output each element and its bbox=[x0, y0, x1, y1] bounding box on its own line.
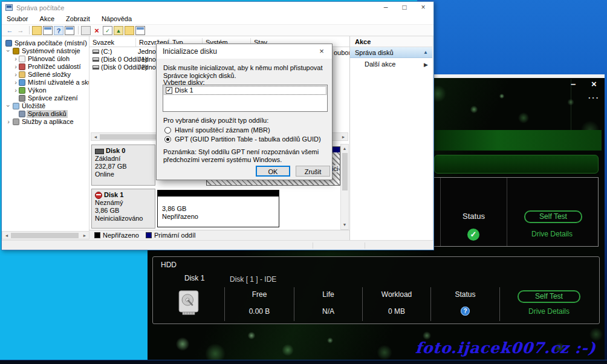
chevron-right-icon[interactable]: › bbox=[13, 55, 18, 62]
radio-selected-icon[interactable] bbox=[164, 136, 171, 143]
primary-color-swatch bbox=[146, 232, 152, 238]
minimize-icon[interactable]: – bbox=[377, 2, 395, 14]
drive-details-link[interactable]: Drive Details bbox=[506, 230, 598, 238]
disk1-partition-box[interactable]: 3,86 GB Nepřiřazeno bbox=[157, 190, 279, 227]
gpt-note-text: Poznámka: Styl oddílu GPT není rozpoznáv… bbox=[163, 148, 329, 164]
back-icon[interactable]: ← bbox=[5, 26, 15, 35]
menu-help[interactable]: Nápověda bbox=[97, 14, 137, 22]
menu-action[interactable]: Akce bbox=[35, 14, 59, 22]
scroll-left-icon[interactable]: ◄ bbox=[3, 232, 10, 239]
disk0-name: Disk 0 bbox=[106, 147, 125, 154]
toolbar-separator bbox=[29, 26, 30, 34]
console-tree: Správa počítače (místní) › Systémové nás… bbox=[2, 36, 89, 231]
hdd-status-label: Status bbox=[455, 290, 475, 299]
chevron-right-icon[interactable]: › bbox=[6, 118, 11, 125]
export-icon[interactable]: ▲ bbox=[114, 26, 123, 35]
disk-listbox[interactable]: ✓ Disk 1 bbox=[163, 85, 328, 112]
hdd-disk-label: Disk 1 bbox=[184, 274, 204, 282]
up-folder-icon[interactable] bbox=[32, 26, 42, 35]
chevron-right-icon[interactable]: › bbox=[13, 79, 18, 86]
tree-item-label: Výkon bbox=[27, 86, 48, 94]
status-label: Status bbox=[441, 212, 507, 221]
title-bar[interactable]: Správa počítače – □ × bbox=[2, 2, 433, 14]
forward-icon[interactable]: → bbox=[16, 26, 25, 35]
disk0-info-box[interactable]: Disk 0 Základní 232,87 GB Online bbox=[91, 145, 155, 186]
hdd-status-cell: Status ? bbox=[430, 287, 499, 321]
help-icon[interactable]: ? bbox=[54, 26, 63, 35]
tree-item-label: Místní uživatelé a skupi bbox=[27, 79, 89, 86]
scroll-left-icon[interactable]: ◄ bbox=[92, 134, 99, 141]
minimize-icon[interactable]: – bbox=[571, 79, 576, 89]
unallocated-color-swatch bbox=[94, 232, 100, 238]
hdd-columns: Free 0.00 B Life N/A Workload 0 MB Statu… bbox=[153, 287, 598, 321]
chevron-down-icon[interactable]: › bbox=[5, 48, 12, 53]
status-bar bbox=[2, 240, 433, 250]
close-icon[interactable]: × bbox=[591, 79, 597, 89]
chevron-down-icon[interactable]: › bbox=[5, 103, 12, 108]
check-doc-icon[interactable]: ✓ bbox=[103, 26, 112, 35]
scrollbar-thumb[interactable] bbox=[11, 233, 79, 238]
volume-name: (C:) bbox=[101, 48, 112, 56]
green-header-band bbox=[414, 130, 602, 151]
delete-icon[interactable]: × bbox=[92, 26, 102, 35]
dialog-title-bar[interactable]: Inicializace disku × bbox=[157, 44, 332, 59]
status-question-icon[interactable]: ? bbox=[461, 307, 470, 316]
close-icon[interactable]: × bbox=[313, 44, 331, 58]
column-header-volume[interactable]: Svazek bbox=[89, 38, 136, 47]
scroll-up-icon[interactable]: ▲ bbox=[341, 145, 348, 152]
actions-more-item[interactable]: Další akce ▶ bbox=[350, 59, 432, 69]
scroll-right-icon[interactable]: ► bbox=[340, 134, 347, 141]
life-label: Life bbox=[322, 290, 334, 299]
checkbox-checked-icon[interactable]: ✓ bbox=[166, 87, 172, 94]
self-test-button[interactable]: Self Test bbox=[524, 210, 582, 223]
close-icon[interactable]: × bbox=[414, 2, 432, 14]
storage-icon bbox=[13, 103, 19, 109]
taskbar-edge bbox=[0, 360, 607, 364]
disk-icon bbox=[19, 111, 25, 117]
menu-file[interactable]: Soubor bbox=[2, 14, 33, 22]
actions-group-disk-management[interactable]: Správa disků ▲ bbox=[350, 47, 432, 58]
device-icon bbox=[19, 95, 25, 102]
hdd-panel: HDD Disk 1 Disk [ 1 ] - IDE bbox=[152, 256, 600, 324]
hdd-self-test-button[interactable]: Self Test bbox=[518, 290, 580, 303]
chevron-right-icon[interactable]: › bbox=[13, 71, 18, 78]
tree-item-label: Prohlížeč událostí bbox=[27, 63, 82, 71]
menu-ellipsis-icon[interactable]: ··· bbox=[588, 93, 600, 102]
disk-item-label: Disk 1 bbox=[175, 86, 193, 95]
tools-icon bbox=[13, 48, 19, 54]
disk-vertical-scrollbar[interactable]: ▲ ▼ bbox=[340, 144, 349, 230]
chevron-right-icon[interactable]: › bbox=[13, 86, 18, 94]
event-log-icon bbox=[19, 63, 25, 70]
cancel-button[interactable]: Zrušit bbox=[296, 166, 330, 177]
tree-horizontal-scrollbar[interactable]: ◄ ► bbox=[2, 231, 89, 239]
search-folder-icon[interactable] bbox=[125, 26, 134, 35]
window-list-icon[interactable] bbox=[43, 26, 53, 35]
maximize-icon[interactable]: □ bbox=[395, 2, 414, 14]
scrollbar-thumb[interactable] bbox=[342, 153, 348, 190]
green-section-bar[interactable] bbox=[434, 155, 599, 174]
collapse-icon[interactable]: ▲ bbox=[423, 47, 428, 58]
hdd-section-label: HDD bbox=[161, 261, 177, 269]
scroll-right-icon[interactable]: ► bbox=[81, 232, 88, 239]
properties-icon[interactable] bbox=[135, 26, 145, 35]
menu-bar: Soubor Akce Zobrazit Nápověda bbox=[2, 14, 433, 24]
hdd-selftest-cell: Self Test Drive Details bbox=[499, 287, 598, 321]
disk-list-item[interactable]: ✓ Disk 1 bbox=[164, 86, 326, 95]
radio-unselected-icon[interactable] bbox=[164, 127, 171, 134]
disk0-status: Online bbox=[95, 171, 155, 178]
legend-unallocated-label: Nepřiřazeno bbox=[103, 232, 139, 239]
chevron-right-icon[interactable]: › bbox=[13, 63, 18, 70]
menu-view[interactable]: Zobrazit bbox=[61, 14, 95, 22]
hdd-drive-details-link[interactable]: Drive Details bbox=[528, 307, 570, 316]
disk-icon bbox=[95, 149, 104, 154]
popup-icon[interactable] bbox=[81, 26, 91, 35]
tree-item-label: Plánovač úloh bbox=[27, 55, 71, 63]
performance-icon bbox=[19, 87, 25, 94]
disk1-info-box[interactable]: Disk 1 Neznámý 3,86 GB Neinicializováno bbox=[91, 189, 155, 229]
partition-color-bar bbox=[158, 190, 279, 197]
scroll-down-icon[interactable]: ▼ bbox=[341, 221, 348, 229]
ok-button[interactable]: OK bbox=[256, 166, 290, 177]
hdd-icon-cell[interactable] bbox=[153, 287, 224, 321]
gpt-option-label: GPT (GUID Partition Table - tabulka oddí… bbox=[175, 135, 321, 143]
window-pane-icon[interactable] bbox=[65, 26, 74, 35]
